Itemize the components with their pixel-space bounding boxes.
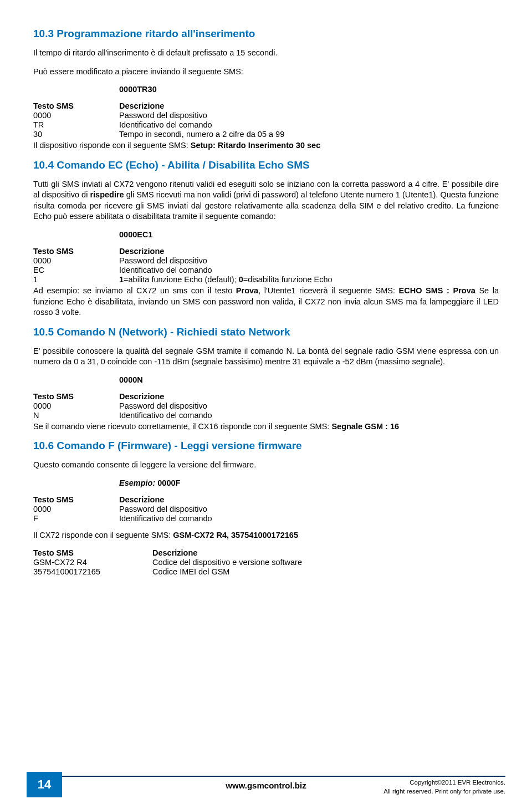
table-row: Testo SMS Descrizione — [33, 548, 305, 558]
col-header: Testo SMS — [33, 392, 119, 401]
table-row: Testo SMS Descrizione — [33, 247, 336, 256]
cell: 1 — [33, 275, 119, 284]
table-row: Testo SMS Descrizione — [33, 392, 216, 401]
text-bold: Prova — [236, 286, 258, 295]
cell: 0000 — [33, 256, 119, 266]
cell: Tempo in secondi, numero a 2 cifre da 05… — [119, 130, 288, 139]
command-table: Testo SMS Descrizione 0000Password del d… — [33, 101, 288, 139]
col-header: Descrizione — [119, 101, 288, 111]
table-row: FIdentificativo del comando — [33, 514, 216, 523]
heading-10-4: 10.4 Comando EC (Echo) - Abilita / Disab… — [33, 159, 499, 171]
table-row: 0000Password del dispositivo — [33, 111, 288, 120]
text-bold: GSM-CX72 R4, 357541000172165 — [173, 531, 298, 540]
cell: GSM-CX72 R4 — [33, 558, 152, 567]
sms-example: 0000N — [119, 375, 499, 384]
text: Può essere modificato a piacere inviando… — [33, 67, 499, 78]
col-header: Testo SMS — [33, 548, 152, 558]
text-italic: Esempio: — [119, 479, 157, 487]
cell: EC — [33, 266, 119, 275]
footer-divider — [27, 776, 505, 777]
table-row: 0000Password del dispositivo — [33, 256, 336, 266]
text: Tutti gli SMS inviati al CX72 vengono ri… — [33, 179, 499, 222]
table-row: Testo SMS Descrizione — [33, 101, 288, 111]
cell: N — [33, 411, 119, 420]
table-row: ECIdentificativo del comando — [33, 266, 336, 275]
response-text: Il CX72 risponde con il seguente SMS: GS… — [33, 530, 499, 541]
cell: Password del dispositivo — [119, 401, 216, 411]
text-bold: 0000F — [157, 479, 180, 487]
sms-example: 0000EC1 — [119, 230, 499, 239]
col-header: Testo SMS — [33, 101, 119, 111]
response-table: Testo SMS Descrizione GSM-CX72 R4Codice … — [33, 548, 305, 577]
cell: 0000 — [33, 401, 119, 411]
table-row: 0000Password del dispositivo — [33, 401, 216, 411]
sms-example: 0000TR30 — [119, 85, 499, 94]
text-bold: 0 — [239, 275, 243, 284]
cell: F — [33, 514, 119, 523]
col-header: Descrizione — [152, 548, 305, 558]
text: Il dispositivo risponde con il seguente … — [33, 141, 191, 150]
text: Il CX72 risponde con il seguente SMS: — [33, 531, 173, 540]
page-footer: 14 www.gsmcontrol.biz Copyright©2011 EVR… — [0, 772, 532, 804]
table-row: 357541000172165Codice IMEI del GSM — [33, 567, 305, 577]
cell: 357541000172165 — [33, 567, 152, 577]
cell: Password del dispositivo — [119, 256, 336, 266]
cell: 30 — [33, 130, 119, 139]
table-row: 1 1=abilita funzione Echo (default); 0=d… — [33, 275, 336, 284]
text-bold: rispedire — [90, 190, 124, 199]
text: =disabilita funzione Echo — [243, 275, 332, 284]
response-text: Ad esempio: se inviamo al CX72 un sms co… — [33, 286, 499, 318]
col-header: Descrizione — [119, 392, 216, 401]
heading-10-3: 10.3 Programmazione ritardo all'inserime… — [33, 28, 499, 40]
command-table: Testo SMS Descrizione 0000Password del d… — [33, 495, 216, 523]
table-row: GSM-CX72 R4Codice del dispositivo e vers… — [33, 558, 305, 567]
text: , l'Utente1 riceverà il seguente SMS: — [258, 286, 398, 295]
text: Ad esempio: se inviamo al CX72 un sms co… — [33, 286, 236, 295]
text: Se il comando viene ricevuto correttamen… — [33, 422, 331, 431]
response-text: Se il comando viene ricevuto correttamen… — [33, 421, 499, 432]
text-bold: Setup: Ritardo Inserimento 30 sec — [191, 141, 320, 150]
footer-copyright: Copyright©2011 EVR Electronics. All righ… — [383, 778, 505, 796]
command-table: Testo SMS Descrizione 0000Password del d… — [33, 247, 336, 284]
heading-10-6: 10.6 Comando F (Firmware) - Leggi versio… — [33, 440, 499, 452]
col-header: Testo SMS — [33, 247, 119, 256]
text: Questo comando consente di leggere la ve… — [33, 460, 499, 471]
text-bold: ECHO SMS : Prova — [399, 286, 475, 295]
response-text: Il dispositivo risponde con il seguente … — [33, 140, 499, 151]
cell: Identificativo del comando — [119, 514, 216, 523]
text-bold: Segnale GSM : 16 — [331, 422, 399, 431]
cell: Identificativo del comando — [119, 266, 336, 275]
sms-example: Esempio: 0000F — [119, 479, 499, 487]
document-page: 10.3 Programmazione ritardo all'inserime… — [0, 0, 532, 804]
table-row: 0000Password del dispositivo — [33, 505, 216, 514]
text: All right reserved. Print only for priva… — [383, 788, 505, 795]
cell: Password del dispositivo — [119, 505, 216, 514]
table-row: Testo SMS Descrizione — [33, 495, 216, 505]
cell: TR — [33, 120, 119, 130]
cell: 0000 — [33, 505, 119, 514]
text: Il tempo di ritardo all'inserimento è di… — [33, 48, 499, 59]
cell: Codice IMEI del GSM — [152, 567, 305, 577]
heading-10-5: 10.5 Comando N (Network) - Richiedi stat… — [33, 326, 499, 338]
cell: Identificativo del comando — [119, 120, 288, 130]
table-row: NIdentificativo del comando — [33, 411, 216, 420]
text: Copyright©2011 EVR Electronics. — [410, 779, 505, 786]
table-row: TRIdentificativo del comando — [33, 120, 288, 130]
table-row: 30Tempo in secondi, numero a 2 cifre da … — [33, 130, 288, 139]
text-bold: 1 — [119, 275, 124, 284]
cell: Codice del dispositivo e versione softwa… — [152, 558, 305, 567]
cell: Identificativo del comando — [119, 411, 216, 420]
cell: Password del dispositivo — [119, 111, 288, 120]
text: =abilita funzione Echo (default); — [124, 275, 239, 284]
col-header: Testo SMS — [33, 495, 119, 505]
col-header: Descrizione — [119, 247, 336, 256]
cell: 0000 — [33, 111, 119, 120]
col-header: Descrizione — [119, 495, 216, 505]
command-table: Testo SMS Descrizione 0000Password del d… — [33, 392, 216, 420]
cell: 1=abilita funzione Echo (default); 0=dis… — [119, 275, 336, 284]
text: E' possibile conoscere la qualità del se… — [33, 346, 499, 368]
